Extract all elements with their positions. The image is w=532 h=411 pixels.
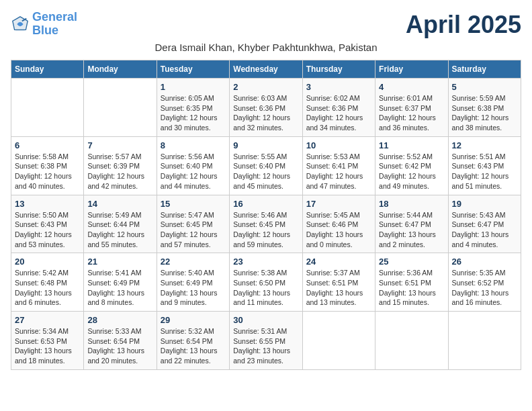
day-number: 14	[87, 199, 152, 209]
day-info: Sunrise: 5:53 AMSunset: 6:41 PMDaylight:…	[306, 152, 371, 191]
day-number: 1	[161, 82, 226, 92]
calendar-cell: 15Sunrise: 5:47 AMSunset: 6:45 PMDayligh…	[157, 195, 229, 253]
day-number: 20	[15, 257, 80, 267]
calendar-cell: 14Sunrise: 5:49 AMSunset: 6:44 PMDayligh…	[84, 195, 157, 253]
day-info: Sunrise: 5:35 AMSunset: 6:52 PMDaylight:…	[452, 268, 517, 308]
day-number: 2	[233, 82, 298, 92]
day-info: Sunrise: 5:44 AMSunset: 6:47 PMDaylight:…	[379, 210, 444, 250]
logo: General Blue	[11, 11, 77, 38]
day-number: 9	[233, 140, 298, 150]
col-header-sunday: Sunday	[11, 60, 84, 79]
calendar-cell	[375, 312, 448, 370]
day-number: 26	[452, 257, 517, 267]
day-number: 4	[379, 82, 444, 92]
day-number: 27	[15, 315, 80, 325]
calendar-cell: 30Sunrise: 5:31 AMSunset: 6:55 PMDayligh…	[230, 312, 302, 370]
day-number: 28	[87, 315, 152, 325]
day-info: Sunrise: 6:02 AMSunset: 6:36 PMDaylight:…	[306, 93, 371, 133]
calendar-cell: 22Sunrise: 5:40 AMSunset: 6:49 PMDayligh…	[157, 253, 229, 312]
day-number: 8	[161, 140, 226, 150]
calendar-cell: 5Sunrise: 5:59 AMSunset: 6:38 PMDaylight…	[448, 79, 521, 137]
day-info: Sunrise: 5:32 AMSunset: 6:54 PMDaylight:…	[161, 326, 226, 366]
day-info: Sunrise: 6:01 AMSunset: 6:37 PMDaylight:…	[379, 93, 444, 133]
day-number: 13	[15, 199, 80, 209]
logo-text: General Blue	[32, 11, 77, 38]
calendar-cell: 28Sunrise: 5:33 AMSunset: 6:54 PMDayligh…	[84, 312, 157, 370]
calendar-table: SundayMondayTuesdayWednesdayThursdayFrid…	[11, 60, 521, 370]
calendar-cell: 11Sunrise: 5:52 AMSunset: 6:42 PMDayligh…	[375, 136, 448, 195]
day-number: 7	[87, 140, 152, 150]
calendar-cell: 12Sunrise: 5:51 AMSunset: 6:43 PMDayligh…	[448, 136, 521, 195]
calendar-cell: 24Sunrise: 5:37 AMSunset: 6:51 PMDayligh…	[302, 253, 375, 312]
logo-icon	[11, 15, 30, 34]
day-number: 5	[452, 82, 517, 92]
day-info: Sunrise: 5:55 AMSunset: 6:40 PMDaylight:…	[233, 152, 298, 191]
day-info: Sunrise: 5:38 AMSunset: 6:50 PMDaylight:…	[233, 268, 298, 308]
day-info: Sunrise: 5:45 AMSunset: 6:46 PMDaylight:…	[306, 210, 371, 250]
calendar-cell	[302, 312, 375, 370]
col-header-monday: Monday	[84, 60, 157, 79]
logo-line1: General	[32, 10, 77, 24]
day-info: Sunrise: 5:51 AMSunset: 6:43 PMDaylight:…	[452, 152, 517, 191]
day-info: Sunrise: 5:34 AMSunset: 6:53 PMDaylight:…	[15, 326, 80, 366]
day-info: Sunrise: 6:05 AMSunset: 6:35 PMDaylight:…	[161, 93, 226, 133]
day-info: Sunrise: 5:42 AMSunset: 6:48 PMDaylight:…	[15, 268, 80, 308]
day-info: Sunrise: 5:47 AMSunset: 6:45 PMDaylight:…	[161, 210, 226, 250]
day-number: 22	[161, 257, 226, 267]
calendar-cell: 3Sunrise: 6:02 AMSunset: 6:36 PMDaylight…	[302, 79, 375, 137]
day-info: Sunrise: 5:58 AMSunset: 6:38 PMDaylight:…	[15, 152, 80, 191]
day-number: 15	[161, 199, 226, 209]
calendar-cell: 18Sunrise: 5:44 AMSunset: 6:47 PMDayligh…	[375, 195, 448, 253]
calendar-cell: 19Sunrise: 5:43 AMSunset: 6:47 PMDayligh…	[448, 195, 521, 253]
day-number: 11	[379, 140, 444, 150]
calendar-cell: 9Sunrise: 5:55 AMSunset: 6:40 PMDaylight…	[230, 136, 302, 195]
day-info: Sunrise: 5:40 AMSunset: 6:49 PMDaylight:…	[161, 268, 226, 308]
day-number: 3	[306, 82, 371, 92]
day-number: 19	[452, 199, 517, 209]
calendar-cell	[11, 79, 84, 137]
day-info: Sunrise: 5:50 AMSunset: 6:43 PMDaylight:…	[15, 210, 80, 250]
calendar-cell: 23Sunrise: 5:38 AMSunset: 6:50 PMDayligh…	[230, 253, 302, 312]
calendar-cell: 6Sunrise: 5:58 AMSunset: 6:38 PMDaylight…	[11, 136, 84, 195]
calendar-cell: 29Sunrise: 5:32 AMSunset: 6:54 PMDayligh…	[157, 312, 229, 370]
day-number: 17	[306, 199, 371, 209]
calendar-cell: 27Sunrise: 5:34 AMSunset: 6:53 PMDayligh…	[11, 312, 84, 370]
calendar-cell: 20Sunrise: 5:42 AMSunset: 6:48 PMDayligh…	[11, 253, 84, 312]
day-number: 12	[452, 140, 517, 150]
day-number: 30	[233, 315, 298, 325]
col-header-thursday: Thursday	[302, 60, 375, 79]
day-info: Sunrise: 5:41 AMSunset: 6:49 PMDaylight:…	[87, 268, 152, 308]
calendar-cell: 4Sunrise: 6:01 AMSunset: 6:37 PMDaylight…	[375, 79, 448, 137]
day-info: Sunrise: 5:46 AMSunset: 6:45 PMDaylight:…	[233, 210, 298, 250]
calendar-cell: 8Sunrise: 5:56 AMSunset: 6:40 PMDaylight…	[157, 136, 229, 195]
day-info: Sunrise: 6:03 AMSunset: 6:36 PMDaylight:…	[233, 93, 298, 133]
calendar-cell: 7Sunrise: 5:57 AMSunset: 6:39 PMDaylight…	[84, 136, 157, 195]
day-number: 6	[15, 140, 80, 150]
day-number: 29	[161, 315, 226, 325]
col-header-friday: Friday	[375, 60, 448, 79]
day-number: 10	[306, 140, 371, 150]
day-number: 16	[233, 199, 298, 209]
day-info: Sunrise: 5:43 AMSunset: 6:47 PMDaylight:…	[452, 210, 517, 250]
calendar-cell	[84, 79, 157, 137]
col-header-tuesday: Tuesday	[157, 60, 229, 79]
day-info: Sunrise: 5:57 AMSunset: 6:39 PMDaylight:…	[87, 152, 152, 191]
calendar-cell: 10Sunrise: 5:53 AMSunset: 6:41 PMDayligh…	[302, 136, 375, 195]
col-header-saturday: Saturday	[448, 60, 521, 79]
day-number: 23	[233, 257, 298, 267]
calendar-cell: 25Sunrise: 5:36 AMSunset: 6:51 PMDayligh…	[375, 253, 448, 312]
day-info: Sunrise: 5:37 AMSunset: 6:51 PMDaylight:…	[306, 268, 371, 308]
calendar-cell: 21Sunrise: 5:41 AMSunset: 6:49 PMDayligh…	[84, 253, 157, 312]
calendar-cell: 16Sunrise: 5:46 AMSunset: 6:45 PMDayligh…	[230, 195, 302, 253]
month-title: April 2025	[406, 11, 521, 39]
calendar-cell: 26Sunrise: 5:35 AMSunset: 6:52 PMDayligh…	[448, 253, 521, 312]
calendar-cell: 1Sunrise: 6:05 AMSunset: 6:35 PMDaylight…	[157, 79, 229, 137]
day-info: Sunrise: 5:52 AMSunset: 6:42 PMDaylight:…	[379, 152, 444, 191]
day-info: Sunrise: 5:59 AMSunset: 6:38 PMDaylight:…	[452, 93, 517, 133]
day-number: 25	[379, 257, 444, 267]
day-info: Sunrise: 5:49 AMSunset: 6:44 PMDaylight:…	[87, 210, 152, 250]
day-number: 18	[379, 199, 444, 209]
day-number: 21	[87, 257, 152, 267]
calendar-cell: 2Sunrise: 6:03 AMSunset: 6:36 PMDaylight…	[230, 79, 302, 137]
calendar-cell	[448, 312, 521, 370]
